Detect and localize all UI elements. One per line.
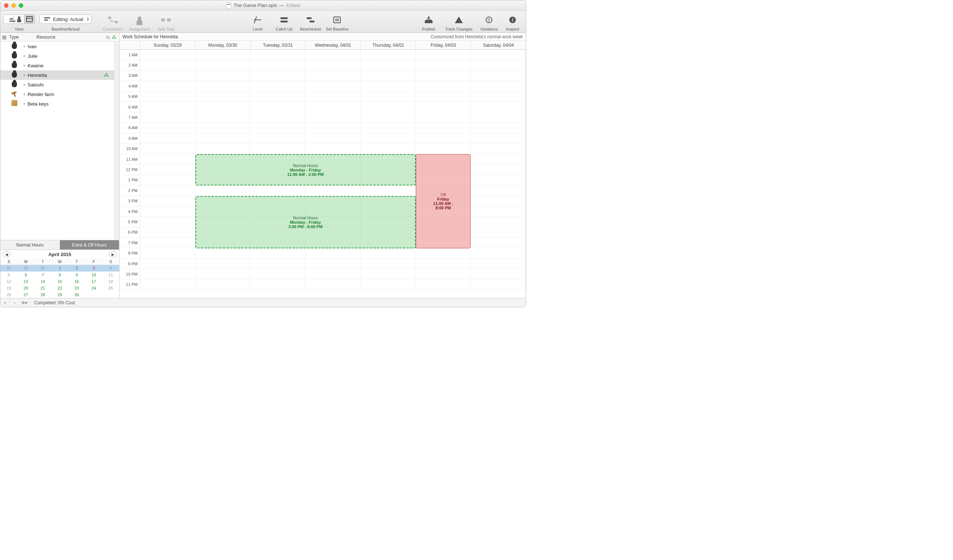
off-hours-block[interactable]: Off Friday 11:00 AM - 8:00 PM — [416, 154, 471, 248]
track-changes-tool[interactable]: Track Changes — [442, 13, 476, 33]
calendar-day[interactable]: 28 — [34, 292, 51, 298]
calendar-day[interactable]: 17 — [85, 278, 102, 285]
calendar-day[interactable]: 2 — [68, 265, 85, 272]
footer: + − ✲▾ Completed: 0% Cost: — [0, 298, 526, 307]
view-resource-button[interactable] — [14, 15, 24, 23]
reschedule-tool[interactable]: Reschedule — [297, 13, 324, 33]
calendar-day[interactable]: 23 — [68, 285, 85, 292]
baseline-actual-popup[interactable]: Editing: Actual ▲▼ — [39, 14, 92, 24]
day-column[interactable] — [470, 50, 526, 290]
calendar-day[interactable]: 20 — [17, 285, 34, 292]
calendar-day[interactable]: 7 — [34, 271, 51, 278]
calendar-day[interactable]: 29 — [0, 265, 17, 272]
calendar-day[interactable]: 29 — [51, 292, 68, 298]
person-icon — [12, 44, 17, 49]
catch-up-tool[interactable]: Catch Up — [271, 13, 297, 33]
resource-row-render-farm[interactable]: •Render farm — [0, 89, 114, 99]
calendar-day[interactable]: 24 — [85, 285, 102, 292]
minimize-window-button[interactable] — [11, 3, 16, 8]
calendar-day[interactable]: 14 — [34, 278, 51, 285]
calendar-day[interactable]: 6 — [17, 271, 34, 278]
day-column[interactable] — [140, 50, 196, 290]
mini-calendar[interactable]: SMTWTFS293031123456789101112131415161718… — [0, 259, 119, 298]
day-header-cell[interactable]: Thursday, 04/02 — [361, 41, 416, 49]
outline-toggle[interactable]: ▤ — [0, 34, 8, 40]
remove-button[interactable]: − — [10, 298, 20, 307]
day-header-cell[interactable]: Friday, 04/03 — [416, 41, 471, 49]
calendar-week-row[interactable]: 567891011 — [0, 271, 119, 278]
action-menu-button[interactable]: ✲▾ — [20, 298, 29, 307]
level-tool[interactable]: Level — [244, 13, 271, 33]
resource-row-beta-keys[interactable]: •Beta keys — [0, 99, 114, 109]
calendar-day[interactable]: 30 — [17, 265, 34, 272]
calendar-day[interactable]: 21 — [34, 285, 51, 292]
resource-row-satoshi[interactable]: •Satoshi — [0, 80, 114, 89]
calendar-day[interactable]: 19 — [0, 285, 17, 292]
calendar-day[interactable]: 25 — [102, 285, 119, 292]
calendar-week-row[interactable]: 2627282930 — [0, 292, 119, 298]
view-gantt-button[interactable] — [4, 15, 14, 23]
person-icon — [12, 53, 17, 59]
calendar-day[interactable]: 12 — [0, 278, 17, 285]
calendar-day[interactable]: 10 — [85, 271, 102, 278]
calendar-day[interactable]: 11 — [102, 271, 119, 278]
calendar-day[interactable]: 15 — [51, 278, 68, 285]
day-header-cell[interactable]: Wednesday, 04/01 — [306, 41, 361, 49]
calendar-day[interactable]: 18 — [102, 278, 119, 285]
day-header-cell[interactable]: Monday, 03/30 — [196, 41, 251, 49]
collapse-icon[interactable]: ⇆ — [106, 34, 110, 40]
calendar-day[interactable]: 26 — [0, 292, 17, 298]
mini-calendar-panel: Normal Hours Extra & Off Hours ◀ April 2… — [0, 240, 119, 298]
block-time: 11:00 AM - — [433, 201, 453, 206]
titlebar: The Game Plan.oplx — Edited — [0, 0, 526, 11]
calendar-week-row[interactable]: 2930311234 — [0, 265, 119, 272]
main-header: Work Schedule for Henrietta Customized f… — [120, 33, 526, 41]
day-header-cell[interactable]: Tuesday, 03/31 — [251, 41, 306, 49]
calendar-day[interactable]: 3 — [85, 265, 102, 272]
sidebar-scrollbar[interactable] — [114, 42, 119, 240]
zoom-window-button[interactable] — [19, 3, 23, 8]
hammer-icon — [11, 91, 17, 97]
violations-tool[interactable]: Violations — [476, 13, 502, 33]
calendar-day[interactable]: 16 — [68, 278, 85, 285]
resource-row-ivan[interactable]: •Ivan — [0, 42, 114, 51]
day-header-cell[interactable]: Saturday, 04/04 — [471, 41, 526, 49]
hour-label: 4 PM — [120, 206, 140, 217]
add-button[interactable]: + — [0, 298, 10, 307]
prev-month-button[interactable]: ◀ — [3, 251, 11, 258]
close-window-button[interactable] — [4, 3, 8, 8]
calendar-grid[interactable]: 1 AM2 AM3 AM4 AM5 AM6 AM7 AM8 AM9 AM10 A… — [120, 50, 526, 298]
normal-hours-block-2[interactable]: Normal Hours Monday - Friday 3:00 PM - 8… — [196, 196, 416, 248]
calendar-day[interactable]: 31 — [34, 265, 51, 272]
calendar-day[interactable] — [85, 292, 102, 298]
calendar-day[interactable]: 13 — [17, 278, 34, 285]
inspect-tool[interactable]: i Inspect — [502, 13, 523, 33]
calendar-day[interactable]: 22 — [51, 285, 68, 292]
calendar-day[interactable]: 30 — [68, 292, 85, 298]
calendar-day[interactable]: 4 — [102, 265, 119, 272]
normal-hours-block-1[interactable]: Normal Hours Monday - Friday 11:00 AM - … — [196, 154, 416, 185]
calendar-week-row[interactable]: 19202122232425 — [0, 285, 119, 292]
resource-row-julie[interactable]: •Julie — [0, 51, 114, 61]
calendar-day[interactable]: 27 — [17, 292, 34, 298]
time-column-header — [120, 41, 140, 49]
calendar-day[interactable] — [102, 292, 119, 298]
resource-row-henrietta[interactable]: •Henrietta⁂ — [0, 70, 114, 80]
calendar-day[interactable]: 5 — [0, 271, 17, 278]
resource-row-kwame[interactable]: •Kwame — [0, 61, 114, 70]
bullet-icon: • — [21, 44, 28, 49]
calendar-week-row[interactable]: 12131415161718 — [0, 278, 119, 285]
col-resource-header[interactable]: Resource — [36, 34, 106, 40]
calendar-day[interactable]: 9 — [68, 271, 85, 278]
tab-normal-hours[interactable]: Normal Hours — [0, 240, 60, 250]
set-baseline-tool[interactable]: Set Baseline — [324, 13, 350, 33]
col-type-header[interactable]: Type — [8, 34, 36, 40]
calendar-day[interactable]: 8 — [51, 271, 68, 278]
view-calendar-button[interactable] — [24, 15, 34, 23]
next-month-button[interactable]: ▶ — [109, 251, 117, 258]
tab-extra-off-hours[interactable]: Extra & Off Hours — [60, 240, 120, 250]
calendar-day[interactable]: 1 — [51, 265, 68, 272]
publish-tool[interactable]: Publish — [415, 13, 442, 33]
group-icon[interactable]: ⁂ — [112, 34, 116, 40]
day-header-cell[interactable]: Sunday, 03/29 — [140, 41, 196, 49]
